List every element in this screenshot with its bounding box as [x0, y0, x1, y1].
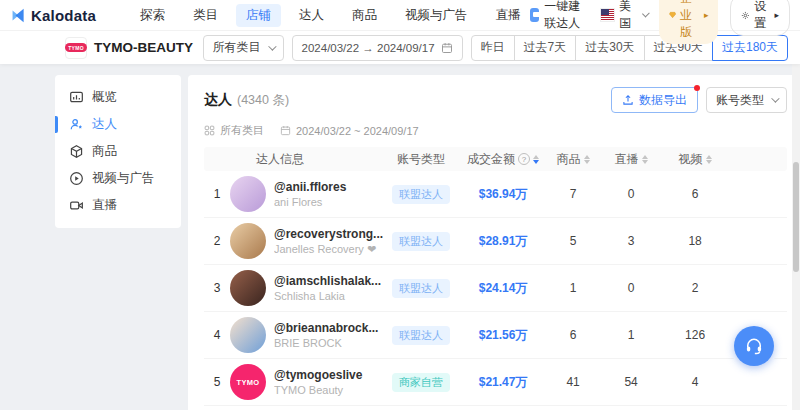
settings-button[interactable]: 设置 ▸ — [730, 0, 790, 36]
data-export-button[interactable]: 数据导出 — [611, 87, 698, 113]
sidebar-item-video-ads[interactable]: 视频与广告 — [55, 165, 181, 192]
header-product-sortable[interactable]: 商品 — [547, 151, 599, 168]
creator-name: TYMO Beauty — [274, 384, 383, 396]
header-live-sortable[interactable]: 直播 — [599, 151, 663, 168]
app-name: Kalodata — [31, 7, 96, 24]
sidebar-label: 达人 — [92, 116, 117, 133]
product-count: 6 — [547, 328, 599, 342]
creator-handle[interactable]: @iamschlishalak... — [274, 274, 383, 288]
rank: 5 — [204, 375, 230, 389]
applied-category-label: 所有类目 — [220, 123, 264, 138]
result-count: (4340 条) — [237, 92, 289, 109]
applied-date-label: 2024/03/22 ~ 2024/09/17 — [296, 125, 419, 137]
navbar-right: 一键建联达人 美国 企业版 ▸ 设置 ▸ — [530, 0, 790, 44]
country-label: 美国 — [619, 0, 637, 32]
sorter-video[interactable] — [706, 155, 712, 164]
nav-product[interactable]: 商品 — [342, 4, 387, 27]
table-row[interactable]: 5 TYMO @tymogoeslive TYMO Beauty 商家自营 $2… — [204, 359, 787, 406]
live-count: 3 — [599, 234, 663, 248]
header-product-label: 商品 — [557, 151, 581, 168]
connect-icon — [530, 8, 539, 22]
nav-creator[interactable]: 达人 — [289, 4, 334, 27]
nav-shop[interactable]: 店铺 — [236, 4, 281, 27]
table-row[interactable]: 4 @brieannabrock... BRIE BROCK 联盟达人 $21.… — [204, 312, 787, 359]
video-count: 18 — [663, 234, 727, 248]
creator-name: Schlisha Lakia — [274, 290, 383, 302]
rank: 2 — [204, 234, 230, 248]
video-camera-icon — [69, 198, 84, 213]
sidebar-item-live[interactable]: 直播 — [55, 192, 181, 219]
video-count: 2 — [663, 281, 727, 295]
product-count: 7 — [547, 187, 599, 201]
category-select-value: 所有类目 — [213, 39, 261, 56]
header-video-label: 视频 — [679, 151, 703, 168]
creator-name: ani Flores — [274, 196, 383, 208]
video-count: 6 — [663, 187, 727, 201]
rank: 1 — [204, 187, 230, 201]
nav-live[interactable]: 直播 — [485, 4, 530, 27]
calendar-icon — [280, 125, 291, 136]
export-label: 数据导出 — [639, 92, 687, 109]
creator-handle[interactable]: @recoverystrong... — [274, 227, 383, 241]
info-circle-icon[interactable] — [518, 153, 530, 165]
diamond-icon — [669, 9, 676, 21]
table-row[interactable]: 6 @danielleathena Danielle Athena 联盟达人 $… — [204, 406, 787, 410]
sorter-product[interactable] — [584, 155, 590, 164]
tymo-brand-logo: TYMO — [65, 37, 87, 59]
avatar — [230, 317, 266, 353]
gmv-value: $36.94万 — [459, 186, 547, 203]
chevron-down-icon — [268, 42, 276, 50]
table-row[interactable]: 1 @anii.fflores ani Flores 联盟达人 $36.94万 … — [204, 171, 787, 218]
account-type-badge: 联盟达人 — [392, 185, 450, 204]
header-video-sortable[interactable]: 视频 — [663, 151, 727, 168]
sorter-live[interactable] — [642, 155, 648, 164]
export-icon — [622, 94, 634, 106]
shop-brand: TYMO TYMO-BEAUTY — [65, 37, 193, 59]
header-account-type: 账号类型 — [383, 151, 459, 168]
plan-label: 企业版 — [680, 0, 700, 41]
quick-connect-button[interactable]: 一键建联达人 — [530, 0, 588, 32]
account-type-badge: 联盟达人 — [392, 326, 450, 345]
sidebar-item-overview[interactable]: 概览 — [55, 84, 181, 111]
product-cube-icon — [69, 144, 84, 159]
scrollbar-thumb[interactable] — [793, 162, 799, 272]
gmv-value: $28.91万 — [459, 233, 547, 250]
gmv-value: $21.56万 — [459, 327, 547, 344]
range-yesterday[interactable]: 昨日 — [471, 35, 515, 61]
sidebar-item-product[interactable]: 商品 — [55, 138, 181, 165]
account-type-value: 账号类型 — [716, 92, 764, 109]
date-range-picker[interactable]: 2024/03/22 → 2024/09/17 — [292, 35, 463, 61]
table-row[interactable]: 2 @recoverystrong... Janelles Recovery ❤… — [204, 218, 787, 265]
nav-category[interactable]: 类目 — [183, 4, 228, 27]
customer-service-button[interactable] — [734, 326, 774, 366]
enterprise-plan-badge[interactable]: 企业版 ▸ — [659, 0, 719, 44]
sidebar-label: 直播 — [92, 197, 117, 214]
table-row[interactable]: 3 @iamschlishalak... Schlisha Lakia 联盟达人… — [204, 265, 787, 312]
creator-handle[interactable]: @tymogoeslive — [274, 368, 383, 382]
nav-video-ads[interactable]: 视频与广告 — [395, 4, 478, 27]
scrollbar-track — [792, 64, 800, 410]
creator-handle[interactable]: @anii.fflores — [274, 180, 383, 194]
gear-icon — [741, 9, 750, 22]
creator-handle[interactable]: @brieannabrock... — [274, 321, 383, 335]
avatar — [230, 176, 266, 212]
country-selector[interactable]: 美国 — [601, 0, 647, 32]
sorter-gmv[interactable] — [533, 155, 539, 164]
calendar-icon — [441, 42, 453, 54]
rank: 4 — [204, 328, 230, 342]
product-count: 1 — [547, 281, 599, 295]
page-body: 概览 达人 商品 视频与广告 — [0, 64, 800, 410]
header-gmv-sortable[interactable]: 成交金额 — [459, 151, 547, 168]
kalodata-logo[interactable]: Kalodata — [10, 7, 96, 24]
sidebar-item-creator[interactable]: 达人 — [55, 111, 181, 138]
video-count: 4 — [663, 375, 727, 389]
nav-explore[interactable]: 探索 — [130, 4, 175, 27]
video-count: 126 — [663, 328, 727, 342]
live-count: 54 — [599, 375, 663, 389]
creator-name: Janelles Recovery ❤ — [274, 243, 383, 256]
notification-dot — [694, 85, 700, 91]
live-count: 0 — [599, 281, 663, 295]
account-type-select[interactable]: 账号类型 — [706, 87, 787, 113]
overview-icon — [69, 90, 84, 105]
category-select[interactable]: 所有类目 — [203, 35, 284, 61]
